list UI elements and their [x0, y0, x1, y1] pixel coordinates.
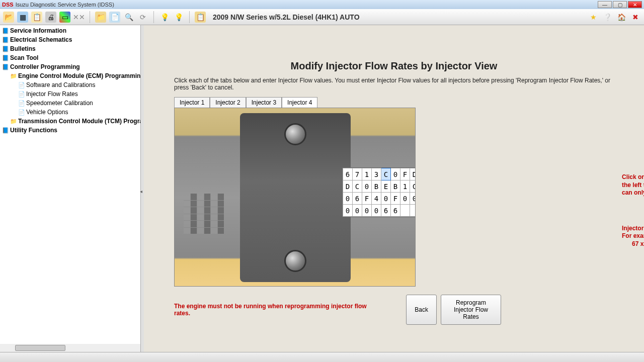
sidebar-item[interactable]: 📘Utility Functions: [0, 126, 140, 135]
hex-cell[interactable]: 3: [372, 168, 381, 180]
sidebar-item[interactable]: 📄Injector Flow Rates: [0, 89, 140, 99]
hex-cell[interactable]: 6: [381, 205, 391, 217]
hex-cell[interactable]: 0: [362, 180, 372, 193]
hex-cell[interactable]: C: [353, 180, 362, 193]
close-button[interactable]: ✕: [628, 1, 642, 8]
sidebar-item[interactable]: 📘Bulletins: [0, 44, 140, 53]
separator: [189, 11, 190, 23]
sidebar-item[interactable]: 📄Vehicle Options: [0, 108, 140, 117]
book-icon: 📘: [2, 127, 8, 133]
page-icon: 📄: [18, 91, 24, 97]
sidebar-item-label: Bulletins: [10, 45, 36, 52]
hex-cell[interactable]: 0: [353, 205, 362, 217]
sidebar-item-label: Scan Tool: [10, 54, 38, 61]
hex-cell[interactable]: 6: [391, 205, 400, 217]
clipboard-icon[interactable]: 📋: [195, 12, 206, 23]
hex-cell[interactable]: 0: [391, 168, 400, 180]
tab-injector-4[interactable]: Injector 4: [282, 97, 317, 108]
book-icon: 📁: [10, 118, 16, 124]
hex-cell[interactable]: 0: [362, 205, 372, 217]
book-icon: 📘: [2, 64, 8, 70]
hex-cell[interactable]: 0: [400, 193, 410, 205]
hex-cell[interactable]: 0: [410, 193, 416, 205]
search-icon[interactable]: 🔍: [123, 12, 134, 23]
engine-warning: The engine must not be running when repr…: [174, 303, 375, 317]
maximize-button[interactable]: ▢: [613, 1, 627, 8]
sidebar-item-label: Vehicle Options: [26, 109, 68, 116]
titlebar-text: Isuzu Diagnostic Service System (IDSS): [16, 2, 114, 8]
sidebar-item-label: Service Information: [10, 27, 66, 34]
sidebar-item[interactable]: 📘Scan Tool: [0, 53, 140, 62]
bulb-off-icon[interactable]: 💡: [173, 12, 184, 23]
hex-cell[interactable]: F: [362, 193, 372, 205]
hex-cell[interactable]: C: [410, 180, 416, 193]
hex-cell[interactable]: D: [410, 168, 416, 180]
sidebar-item[interactable]: 📄Software and Calibrations: [0, 80, 140, 89]
tools-icon[interactable]: ✕✕: [73, 12, 85, 23]
sidebar-item[interactable]: 📁Engine Control Module (ECM) Programming: [0, 71, 140, 80]
star-icon[interactable]: ★: [588, 12, 599, 23]
hex-cell[interactable]: B: [391, 180, 400, 193]
hex-cell[interactable]: 1: [362, 168, 372, 180]
qr-code-icon: [184, 194, 224, 234]
open-icon[interactable]: 📂: [3, 12, 14, 23]
sidebar-item[interactable]: 📘Controller Programming: [0, 62, 140, 71]
sidebar-item-label: Injector Flow Rates: [26, 90, 78, 98]
home-icon[interactable]: 🏠: [616, 12, 627, 23]
titlebar: DSS Isuzu Diagnostic Service System (IDS…: [0, 0, 644, 9]
hex-cell[interactable]: [410, 205, 416, 217]
app-prefix: DSS: [2, 2, 14, 8]
vehicle-label: 2009 N/W Series w/5.2L Diesel (4HK1) AUT…: [213, 13, 360, 21]
back-button[interactable]: Back: [406, 295, 437, 325]
palette-icon[interactable]: ▭: [59, 12, 70, 23]
sidebar-item-label: Software and Calibrations: [26, 81, 95, 88]
sidebar-item[interactable]: 📄Speedometer Calibration: [0, 99, 140, 108]
hex-cell[interactable]: F: [391, 193, 400, 205]
tab-injector-1[interactable]: Injector 1: [174, 97, 210, 108]
tab-injector-2[interactable]: Injector 2: [210, 97, 246, 108]
minimize-button[interactable]: —: [598, 1, 612, 8]
hex-cell[interactable]: 7: [353, 168, 362, 180]
sidebar-item-label: Controller Programming: [10, 63, 80, 70]
hex-cell[interactable]: F: [400, 168, 410, 180]
hex-cell[interactable]: 0: [343, 205, 353, 217]
sidebar-item-label: Utility Functions: [10, 127, 57, 134]
sidebar-scrollbar[interactable]: [0, 344, 140, 352]
book-icon: 📘: [2, 37, 8, 43]
tab-injector-3[interactable]: Injector 3: [246, 97, 282, 108]
hex-cell[interactable]: C: [381, 168, 391, 180]
book-icon: 📘: [2, 55, 8, 61]
sidebar-item[interactable]: 📁Transmission Control Module (TCM) Progr…: [0, 117, 140, 126]
sidebar-item[interactable]: 📘Electrical Schematics: [0, 35, 140, 44]
book-icon: 📁: [10, 73, 16, 79]
hex-cell[interactable]: D: [343, 180, 353, 193]
sidebar-item-label: Speedometer Calibration: [26, 100, 93, 107]
help-icon[interactable]: ❔: [602, 12, 613, 23]
hex-cell[interactable]: 6: [343, 168, 353, 180]
hex-cell[interactable]: 1: [400, 180, 410, 193]
bolt-icon: [284, 123, 306, 145]
module-icon[interactable]: ▦: [17, 12, 28, 23]
hex-cell[interactable]: B: [372, 180, 381, 193]
sidebar-item[interactable]: 📘Service Information: [0, 26, 140, 35]
hex-cell[interactable]: 0: [372, 205, 381, 217]
notes-icon[interactable]: 📋: [31, 12, 42, 23]
injector-image: 6713C0FDDC0BEB1C06F40F00000066: [174, 108, 416, 287]
report-icon[interactable]: 📄: [109, 12, 120, 23]
flow-rate-grid[interactable]: 6713C0FDDC0BEB1C06F40F00000066: [342, 167, 416, 217]
bulb-on-icon[interactable]: 💡: [159, 12, 170, 23]
print-icon[interactable]: 🖨: [45, 12, 56, 23]
hex-cell[interactable]: 6: [353, 193, 362, 205]
hex-cell[interactable]: 0: [381, 193, 391, 205]
exit-icon[interactable]: ✖: [630, 12, 641, 23]
toolbar: 📂 ▦ 📋 🖨 ▭ ✕✕ 📁 📄 🔍 ⟳ 💡 💡 📋 2009 N/W Seri…: [0, 9, 644, 25]
hex-cell[interactable]: 0: [343, 193, 353, 205]
hex-cell[interactable]: 4: [372, 193, 381, 205]
reprogram-button[interactable]: Reprogram Injector Flow Rates: [441, 295, 501, 325]
folder-icon[interactable]: 📁: [95, 12, 106, 23]
bolt-icon: [284, 250, 306, 272]
page-instructions: Click each of the tabs below and enter I…: [174, 77, 614, 91]
hex-cell[interactable]: [400, 205, 410, 217]
hex-cell[interactable]: E: [381, 180, 391, 193]
refresh-icon[interactable]: ⟳: [137, 12, 148, 23]
